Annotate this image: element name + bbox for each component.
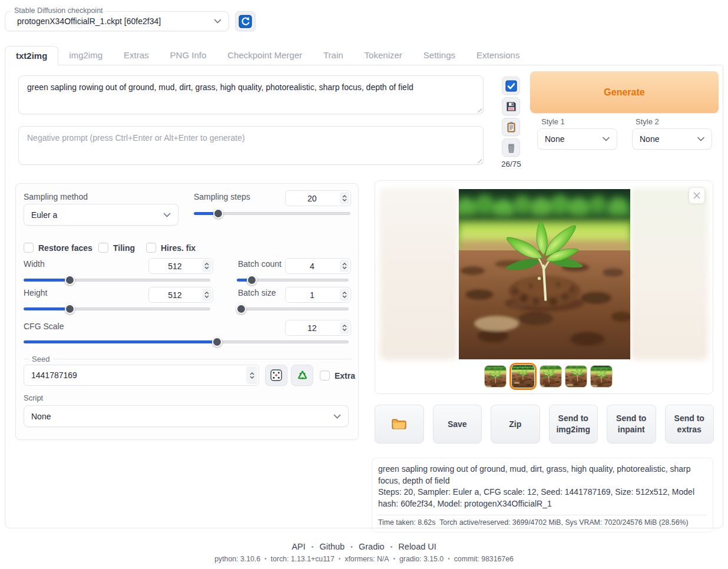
style2-dropdown[interactable]: None bbox=[632, 128, 712, 150]
chevron-down-icon bbox=[333, 414, 341, 419]
footer-link-reload-ui[interactable]: Reload UI bbox=[398, 542, 436, 551]
tab-extensions[interactable]: Extensions bbox=[466, 46, 530, 65]
send-to-extras-button[interactable]: Send to extras bbox=[665, 405, 714, 444]
prompt-input[interactable]: green sapling rowing out of ground, mud,… bbox=[18, 75, 484, 114]
footer-link-github[interactable]: Github bbox=[319, 542, 345, 551]
width-stepper[interactable] bbox=[202, 260, 211, 272]
tiling-checkbox[interactable]: Tiling bbox=[98, 243, 135, 253]
tab-train[interactable]: Train bbox=[313, 46, 354, 65]
open-folder-button[interactable] bbox=[375, 405, 424, 444]
gallery-thumbnail-2-selected[interactable] bbox=[509, 363, 537, 390]
sampling-steps-numbox bbox=[285, 190, 351, 206]
separator: • bbox=[260, 555, 271, 562]
footer-link-gradio[interactable]: Gradio bbox=[359, 542, 385, 551]
width-numbox bbox=[148, 258, 213, 274]
slider-knob[interactable] bbox=[213, 209, 223, 219]
sampling-steps-input[interactable] bbox=[286, 191, 339, 206]
send-to-inpaint-button[interactable]: Send to inpaint bbox=[607, 405, 656, 444]
generation-settings-panel: Sampling method Euler a Sampling steps R… bbox=[15, 183, 359, 440]
sampling-method-dropdown[interactable]: Euler a bbox=[24, 204, 178, 226]
zip-button[interactable]: Zip bbox=[491, 405, 540, 444]
apply-style-button[interactable] bbox=[502, 118, 520, 136]
slider-knob[interactable] bbox=[65, 275, 75, 285]
cfg-scale-slider[interactable] bbox=[24, 340, 349, 343]
script-dropdown[interactable]: None bbox=[24, 405, 349, 427]
height-slider[interactable] bbox=[24, 307, 210, 310]
batch-count-input[interactable] bbox=[286, 259, 339, 273]
info-prompt-text: green sapling rowing out of ground, mud,… bbox=[378, 464, 707, 487]
cfg-scale-stepper[interactable] bbox=[340, 322, 349, 334]
save-button[interactable]: Save bbox=[433, 405, 482, 444]
checkbox-box[interactable] bbox=[24, 243, 34, 253]
style1-dropdown[interactable]: None bbox=[537, 128, 617, 150]
checkpoint-dropdown[interactable]: Stable Diffusion checkpoint protogenX34O… bbox=[5, 11, 229, 31]
token-counter: 26/75 bbox=[498, 160, 525, 168]
style2-value: None bbox=[640, 134, 659, 144]
chevron-down-icon bbox=[603, 137, 610, 141]
send-to-img2img-button[interactable]: Send to img2img bbox=[549, 405, 598, 444]
refresh-icon bbox=[239, 15, 252, 28]
width-input[interactable] bbox=[149, 259, 201, 273]
checkbox-box[interactable] bbox=[320, 370, 330, 381]
tab-img2img[interactable]: img2img bbox=[58, 46, 113, 65]
version-python: python: 3.10.6 bbox=[214, 555, 260, 563]
random-seed-button[interactable] bbox=[265, 365, 287, 386]
checkbox-box[interactable] bbox=[98, 243, 108, 253]
restore-faces-checkbox[interactable]: Restore faces bbox=[24, 243, 92, 253]
checkbox-box[interactable] bbox=[146, 243, 156, 253]
sampling-steps-slider[interactable] bbox=[194, 212, 350, 215]
batch-count-stepper[interactable] bbox=[340, 260, 349, 272]
gallery-thumbnail-5[interactable] bbox=[590, 365, 613, 388]
batch-size-stepper[interactable] bbox=[340, 289, 349, 301]
slider-knob[interactable] bbox=[247, 275, 257, 285]
cfg-scale-input[interactable] bbox=[286, 320, 339, 335]
gallery-thumbnail-3[interactable] bbox=[540, 365, 562, 388]
close-gallery-button[interactable] bbox=[689, 188, 704, 203]
batch-size-input[interactable] bbox=[286, 287, 339, 302]
gallery-thumbnail-4[interactable] bbox=[565, 365, 587, 388]
sampling-steps-stepper[interactable] bbox=[340, 192, 349, 204]
slider-knob[interactable] bbox=[212, 337, 222, 347]
width-slider[interactable] bbox=[24, 279, 210, 282]
seed-group-rule bbox=[24, 359, 352, 359]
extra-label: Extra bbox=[335, 371, 355, 381]
tab-txt2img[interactable]: txt2img bbox=[5, 46, 58, 65]
chevron-down-icon bbox=[342, 199, 347, 201]
extra-seed-checkbox[interactable]: Extra bbox=[320, 370, 355, 381]
main-tabbar: txt2img img2img Extras PNG Info Checkpoi… bbox=[5, 46, 530, 65]
tab-checkpoint-merger[interactable]: Checkpoint Merger bbox=[217, 46, 313, 65]
seed-stepper[interactable] bbox=[246, 366, 257, 384]
seed-input[interactable] bbox=[24, 365, 245, 385]
generate-button[interactable]: Generate bbox=[530, 71, 719, 113]
version-torch: torch: 1.13.1+cu117 bbox=[271, 555, 335, 563]
gallery-backdrop bbox=[630, 188, 708, 360]
height-stepper[interactable] bbox=[202, 289, 211, 301]
slider-knob[interactable] bbox=[65, 304, 75, 314]
cfg-scale-numbox bbox=[285, 320, 351, 336]
reuse-seed-button[interactable] bbox=[291, 365, 313, 386]
slider-knob[interactable] bbox=[236, 304, 246, 314]
blue-check-icon bbox=[505, 80, 517, 92]
interrogate-button[interactable] bbox=[502, 77, 520, 95]
batch-size-slider[interactable] bbox=[237, 307, 349, 310]
footer-link-api[interactable]: API bbox=[292, 542, 305, 551]
trash-icon bbox=[505, 142, 517, 154]
refresh-checkpoint-button[interactable] bbox=[235, 11, 256, 31]
seed-numbox bbox=[24, 365, 259, 386]
generated-image[interactable] bbox=[459, 189, 630, 359]
tab-extras[interactable]: Extras bbox=[113, 46, 160, 65]
gallery-thumbnail-1[interactable] bbox=[484, 365, 507, 388]
clear-prompt-button[interactable] bbox=[502, 138, 520, 157]
negative-prompt-input[interactable] bbox=[18, 126, 484, 165]
height-input[interactable] bbox=[149, 287, 201, 302]
folder-icon bbox=[391, 418, 407, 431]
sampling-steps-label: Sampling steps bbox=[194, 192, 250, 201]
separator: • bbox=[345, 543, 359, 550]
hires-fix-checkbox[interactable]: Hires. fix bbox=[146, 243, 196, 253]
tab-tokenizer[interactable]: Tokenizer bbox=[354, 46, 413, 65]
separator: • bbox=[389, 555, 399, 562]
tab-settings[interactable]: Settings bbox=[413, 46, 466, 65]
tab-png-info[interactable]: PNG Info bbox=[160, 46, 217, 65]
batch-count-slider[interactable] bbox=[237, 279, 349, 282]
save-style-button[interactable] bbox=[502, 97, 520, 115]
